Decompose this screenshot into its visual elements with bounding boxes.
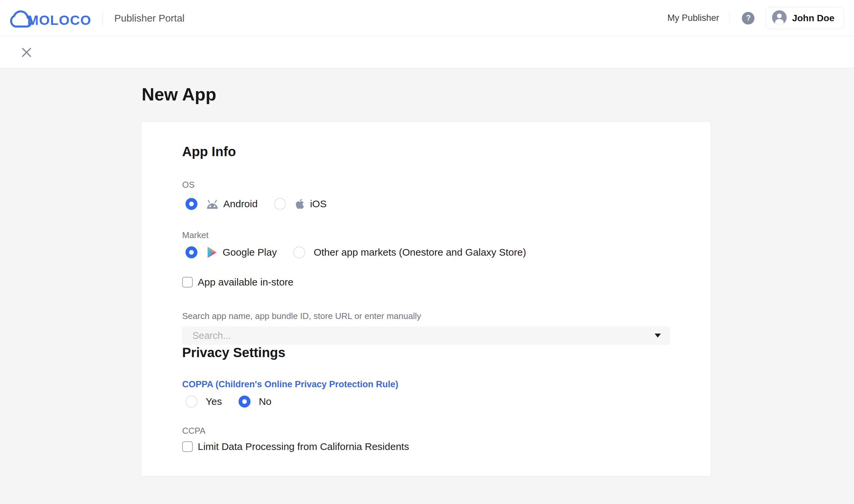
moloco-logo[interactable]: MOLOCO	[8, 8, 91, 28]
radio-android[interactable]	[186, 198, 197, 210]
android-option-label: Android	[223, 198, 258, 210]
close-icon	[21, 47, 32, 58]
help-icon: ?	[746, 14, 750, 22]
avatar-icon	[772, 10, 787, 26]
app-info-heading: App Info	[182, 144, 670, 160]
in-store-checkbox[interactable]	[182, 277, 193, 287]
ccpa-checkbox-row[interactable]: Limit Data Processing from California Re…	[182, 440, 670, 453]
product-title: Publisher Portal	[114, 13, 185, 24]
app-search-combobox[interactable]: Search...	[182, 327, 670, 344]
coppa-option-no[interactable]: No	[239, 396, 272, 408]
publisher-portal-app: MOLOCO Publisher Portal My Publisher ? J…	[0, 0, 854, 504]
page-title: New App	[142, 84, 854, 105]
apple-icon	[294, 197, 306, 211]
radio-coppa-no[interactable]	[239, 396, 250, 408]
help-button[interactable]: ?	[742, 12, 754, 24]
coppa-link[interactable]: COPPA (Children's Online Privacy Protect…	[182, 379, 399, 390]
coppa-option-yes[interactable]: Yes	[186, 396, 222, 408]
in-store-checkbox-label: App available in-store	[198, 276, 294, 288]
close-button[interactable]	[21, 47, 32, 58]
modal-top-bar	[0, 36, 854, 68]
radio-google-play[interactable]	[186, 246, 197, 258]
my-publisher-link[interactable]: My Publisher	[667, 13, 719, 23]
radio-other-markets[interactable]	[293, 246, 305, 258]
app-search-label: Search app name, app bundle ID, store UR…	[182, 311, 670, 321]
app-search-placeholder: Search...	[192, 330, 655, 341]
ccpa-checkbox[interactable]	[182, 441, 193, 452]
brand-wordmark: MOLOCO	[27, 14, 91, 28]
top-header: MOLOCO Publisher Portal My Publisher ? J…	[0, 0, 854, 36]
coppa-radio-group: Yes No	[186, 394, 670, 409]
os-option-ios[interactable]: iOS	[274, 197, 327, 211]
radio-coppa-yes[interactable]	[186, 396, 197, 408]
os-radio-group: Android iOS	[186, 197, 670, 211]
android-icon	[205, 198, 219, 210]
header-divider-right	[730, 11, 730, 25]
os-field-label: OS	[182, 179, 670, 190]
google-play-icon	[205, 245, 219, 259]
market-option-google-play[interactable]: Google Play	[186, 245, 277, 259]
chevron-down-icon[interactable]	[655, 334, 661, 338]
new-app-form-card: App Info OS Android	[141, 121, 711, 476]
other-markets-option-label: Other app markets (Onestore and Galaxy S…	[314, 247, 526, 258]
page-content: New App App Info OS	[0, 68, 854, 476]
user-name: John Doe	[792, 13, 834, 23]
market-option-other[interactable]: Other app markets (Onestore and Galaxy S…	[293, 246, 526, 258]
ios-option-label: iOS	[310, 198, 327, 210]
in-store-checkbox-row[interactable]: App available in-store	[182, 275, 670, 289]
radio-ios[interactable]	[274, 198, 286, 210]
coppa-no-label: No	[259, 396, 272, 407]
ccpa-checkbox-label: Limit Data Processing from California Re…	[198, 441, 409, 452]
market-radio-group: Google Play Other app markets (Onestore …	[186, 245, 670, 259]
market-field-label: Market	[182, 230, 670, 240]
user-menu-chip[interactable]: John Doe	[766, 7, 844, 29]
os-option-android[interactable]: Android	[186, 198, 258, 210]
coppa-yes-label: Yes	[206, 396, 222, 407]
google-play-option-label: Google Play	[223, 247, 277, 258]
privacy-settings-heading: Privacy Settings	[182, 344, 670, 360]
header-divider	[103, 11, 103, 25]
ccpa-field-label: CCPA	[182, 426, 670, 436]
